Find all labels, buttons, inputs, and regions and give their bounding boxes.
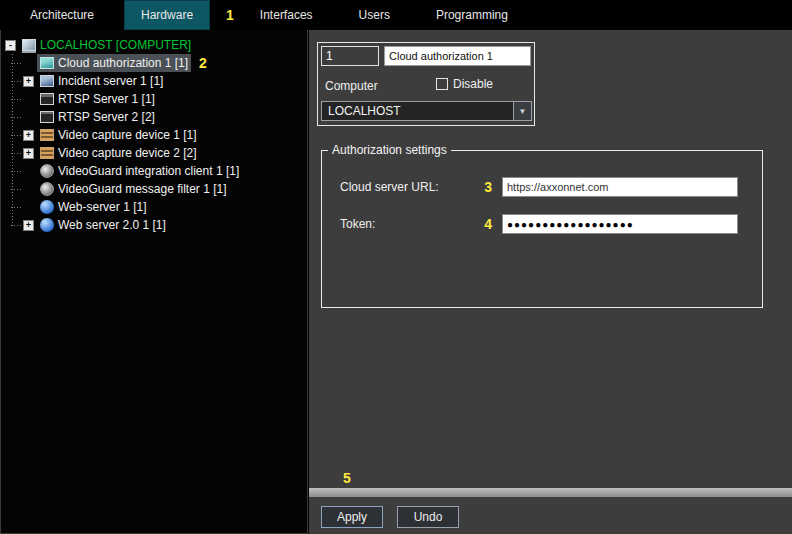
tree-item-label: Web server 2.0 1 [1] <box>58 218 166 232</box>
tab-programming[interactable]: Programming <box>420 0 524 30</box>
videoguard-icon <box>40 182 54 196</box>
videoguard-icon <box>40 164 54 178</box>
tree-item-localhost[interactable]: - LOCALHOST [COMPUTER] <box>1 36 307 54</box>
tree-item-rtsp-server-1[interactable]: RTSP Server 1 [1] <box>1 90 307 108</box>
tab-users[interactable]: Users <box>343 0 406 30</box>
tab-hardware[interactable]: Hardware <box>124 0 210 30</box>
tree-item-cloud-authorization[interactable]: Cloud authorization 1 [1] 2 <box>1 54 307 72</box>
tab-architecture[interactable]: Architecture <box>14 0 110 30</box>
expand-icon[interactable]: + <box>23 130 34 141</box>
incident-server-icon <box>40 75 54 87</box>
settings-panel: Computer Disable LOCALHOST ▼ Authorizati… <box>309 30 792 534</box>
token-input[interactable] <box>502 214 738 234</box>
tree-item-label: Video capture device 1 [1] <box>58 128 197 142</box>
rtsp-server-icon <box>40 111 54 123</box>
expand-icon[interactable]: + <box>23 148 34 159</box>
expand-icon[interactable]: + <box>23 220 34 231</box>
annotation-2: 2 <box>199 55 207 71</box>
tree-item-label: Video capture device 2 [2] <box>58 146 197 160</box>
annotation-5: 5 <box>343 470 351 486</box>
tree-connector-line <box>12 54 13 226</box>
tree-item-label: RTSP Server 2 [2] <box>58 110 155 124</box>
object-identity-box: Computer Disable LOCALHOST ▼ <box>317 42 535 126</box>
tree-item-label: Cloud authorization 1 [1] <box>58 56 188 70</box>
annotation-3: 3 <box>484 179 492 195</box>
tab-bar: Architecture Hardware 1 Interfaces Users… <box>0 0 792 30</box>
tree-item-label: Incident server 1 [1] <box>58 74 163 88</box>
tree-item-label: LOCALHOST [COMPUTER] <box>40 38 191 52</box>
web-server-icon <box>40 200 54 214</box>
disable-label: Disable <box>453 77 493 91</box>
device-tree: - LOCALHOST [COMPUTER] Cloud authorizati… <box>0 30 308 534</box>
authorization-settings-group: Authorization settings Cloud server URL:… <box>321 150 763 308</box>
tree-item-label: VideoGuard integration client 1 [1] <box>58 164 239 178</box>
video-capture-icon <box>40 129 54 141</box>
tree-item-web-server-2[interactable]: + Web server 2.0 1 [1] <box>1 216 307 234</box>
group-title: Authorization settings <box>328 143 451 157</box>
computer-select-value: LOCALHOST <box>322 104 513 118</box>
object-id-input[interactable] <box>321 46 379 66</box>
computer-icon <box>22 39 36 51</box>
annotation-4: 4 <box>484 216 492 232</box>
chevron-down-icon[interactable]: ▼ <box>513 102 531 120</box>
horizontal-divider <box>309 488 792 497</box>
collapse-icon[interactable]: - <box>5 40 16 51</box>
tree-item-videoguard-filter[interactable]: VideoGuard message filter 1 [1] <box>1 180 307 198</box>
cloud-server-url-label: Cloud server URL: <box>340 180 478 194</box>
video-capture-icon <box>40 147 54 159</box>
disable-checkbox[interactable] <box>436 78 448 90</box>
tree-item-rtsp-server-2[interactable]: RTSP Server 2 [2] <box>1 108 307 126</box>
tree-item-video-capture-1[interactable]: + Video capture device 1 [1] <box>1 126 307 144</box>
computer-select[interactable]: LOCALHOST ▼ <box>321 101 532 121</box>
tree-item-label: Web-server 1 [1] <box>58 200 146 214</box>
app-window: Architecture Hardware 1 Interfaces Users… <box>0 0 792 534</box>
tree-item-video-capture-2[interactable]: + Video capture device 2 [2] <box>1 144 307 162</box>
cloud-server-url-input[interactable] <box>502 177 738 197</box>
token-label: Token: <box>340 217 478 231</box>
annotation-1: 1 <box>226 0 234 30</box>
apply-button[interactable]: Apply <box>321 506 383 528</box>
cloud-authorization-icon <box>40 57 54 69</box>
tree-item-videoguard-client[interactable]: VideoGuard integration client 1 [1] <box>1 162 307 180</box>
tree-item-label: VideoGuard message filter 1 [1] <box>58 182 227 196</box>
tree-item-web-server-1[interactable]: Web-server 1 [1] <box>1 198 307 216</box>
tab-interfaces[interactable]: Interfaces <box>244 0 329 30</box>
object-name-input[interactable] <box>384 46 531 66</box>
rtsp-server-icon <box>40 93 54 105</box>
tree-item-label: RTSP Server 1 [1] <box>58 92 155 106</box>
computer-label: Computer <box>325 79 378 93</box>
expand-icon[interactable]: + <box>23 76 34 87</box>
tree-item-incident-server[interactable]: + Incident server 1 [1] <box>1 72 307 90</box>
undo-button[interactable]: Undo <box>397 506 459 528</box>
web-server-icon <box>40 218 54 232</box>
